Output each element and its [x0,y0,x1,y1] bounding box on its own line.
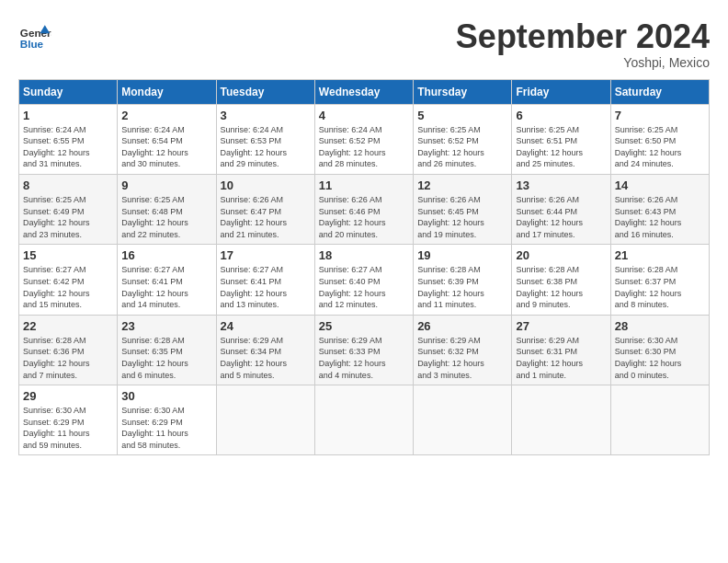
day-info: Sunrise: 6:28 AM Sunset: 6:39 PM Dayligh… [417,264,507,310]
day-info: Sunrise: 6:24 AM Sunset: 6:52 PM Dayligh… [319,124,409,170]
calendar-cell: 25Sunrise: 6:29 AM Sunset: 6:33 PM Dayli… [314,315,413,385]
day-number: 15 [23,248,113,262]
calendar-cell: 12Sunrise: 6:26 AM Sunset: 6:45 PM Dayli… [414,174,512,244]
day-number: 3 [221,109,311,122]
day-number: 26 [417,319,507,333]
logo: General Blue [18,18,51,52]
day-number: 30 [121,389,211,403]
day-info: Sunrise: 6:29 AM Sunset: 6:34 PM Dayligh… [221,335,311,381]
day-number: 13 [516,178,606,192]
day-number: 1 [23,109,113,122]
calendar-cell: 24Sunrise: 6:29 AM Sunset: 6:34 PM Dayli… [216,315,314,385]
calendar-cell: 8Sunrise: 6:25 AM Sunset: 6:49 PM Daylig… [19,174,118,244]
day-info: Sunrise: 6:25 AM Sunset: 6:49 PM Dayligh… [23,194,113,240]
calendar-cell: 2Sunrise: 6:24 AM Sunset: 6:54 PM Daylig… [118,104,216,174]
day-number: 24 [221,319,311,333]
day-info: Sunrise: 6:27 AM Sunset: 6:41 PM Dayligh… [221,264,311,310]
weekday-header-tuesday: Tuesday [216,79,314,104]
calendar-cell: 23Sunrise: 6:28 AM Sunset: 6:35 PM Dayli… [118,315,216,385]
day-info: Sunrise: 6:28 AM Sunset: 6:38 PM Dayligh… [516,264,606,310]
day-info: Sunrise: 6:30 AM Sunset: 6:29 PM Dayligh… [23,405,113,451]
day-number: 22 [23,319,113,333]
day-info: Sunrise: 6:30 AM Sunset: 6:30 PM Dayligh… [615,335,705,381]
day-info: Sunrise: 6:26 AM Sunset: 6:44 PM Dayligh… [516,194,606,240]
calendar-cell: 9Sunrise: 6:25 AM Sunset: 6:48 PM Daylig… [118,174,216,244]
calendar-cell [610,385,709,455]
day-number: 9 [121,178,211,192]
day-number: 28 [615,319,705,333]
calendar-cell: 29Sunrise: 6:30 AM Sunset: 6:29 PM Dayli… [19,385,118,455]
day-info: Sunrise: 6:29 AM Sunset: 6:32 PM Dayligh… [417,335,507,381]
day-number: 12 [417,178,507,192]
day-info: Sunrise: 6:29 AM Sunset: 6:31 PM Dayligh… [516,335,606,381]
day-number: 7 [615,109,705,122]
weekday-header-friday: Friday [512,79,610,104]
day-number: 21 [615,248,705,262]
calendar-cell: 17Sunrise: 6:27 AM Sunset: 6:41 PM Dayli… [216,245,314,315]
day-info: Sunrise: 6:26 AM Sunset: 6:47 PM Dayligh… [221,194,311,240]
day-info: Sunrise: 6:30 AM Sunset: 6:29 PM Dayligh… [121,405,211,451]
calendar-cell: 4Sunrise: 6:24 AM Sunset: 6:52 PM Daylig… [314,104,413,174]
day-info: Sunrise: 6:28 AM Sunset: 6:35 PM Dayligh… [121,335,211,381]
day-number: 23 [121,319,211,333]
weekday-header-sunday: Sunday [19,79,118,104]
day-number: 20 [516,248,606,262]
day-number: 4 [319,109,409,122]
day-number: 10 [221,178,311,192]
day-info: Sunrise: 6:25 AM Sunset: 6:48 PM Dayligh… [121,194,211,240]
title-block: September 2024 Yoshpi, Mexico [456,18,710,70]
day-info: Sunrise: 6:26 AM Sunset: 6:43 PM Dayligh… [615,194,705,240]
calendar-cell: 3Sunrise: 6:24 AM Sunset: 6:53 PM Daylig… [216,104,314,174]
day-info: Sunrise: 6:24 AM Sunset: 6:54 PM Dayligh… [121,124,211,170]
weekday-header-wednesday: Wednesday [314,79,413,104]
calendar-cell: 18Sunrise: 6:27 AM Sunset: 6:40 PM Dayli… [314,245,413,315]
calendar-table: SundayMondayTuesdayWednesdayThursdayFrid… [18,79,710,456]
day-number: 19 [417,248,507,262]
day-info: Sunrise: 6:24 AM Sunset: 6:55 PM Dayligh… [23,124,113,170]
calendar-cell: 1Sunrise: 6:24 AM Sunset: 6:55 PM Daylig… [19,104,118,174]
calendar-cell: 19Sunrise: 6:28 AM Sunset: 6:39 PM Dayli… [414,245,512,315]
weekday-header-saturday: Saturday [610,79,709,104]
calendar-cell: 5Sunrise: 6:25 AM Sunset: 6:52 PM Daylig… [414,104,512,174]
calendar-cell: 26Sunrise: 6:29 AM Sunset: 6:32 PM Dayli… [414,315,512,385]
day-number: 14 [615,178,705,192]
calendar-cell: 13Sunrise: 6:26 AM Sunset: 6:44 PM Dayli… [512,174,610,244]
day-info: Sunrise: 6:28 AM Sunset: 6:36 PM Dayligh… [23,335,113,381]
day-number: 11 [319,178,409,192]
calendar-cell: 22Sunrise: 6:28 AM Sunset: 6:36 PM Dayli… [19,315,118,385]
day-number: 25 [319,319,409,333]
calendar-cell: 11Sunrise: 6:26 AM Sunset: 6:46 PM Dayli… [314,174,413,244]
day-info: Sunrise: 6:28 AM Sunset: 6:37 PM Dayligh… [615,264,705,310]
weekday-header-thursday: Thursday [414,79,512,104]
day-number: 16 [121,248,211,262]
weekday-header-monday: Monday [118,79,216,104]
day-info: Sunrise: 6:25 AM Sunset: 6:52 PM Dayligh… [417,124,507,170]
month-title: September 2024 [456,18,710,55]
page-header: General Blue September 2024 Yoshpi, Mexi… [18,18,710,70]
day-number: 27 [516,319,606,333]
calendar-cell: 6Sunrise: 6:25 AM Sunset: 6:51 PM Daylig… [512,104,610,174]
calendar-cell: 28Sunrise: 6:30 AM Sunset: 6:30 PM Dayli… [610,315,709,385]
calendar-cell [216,385,314,455]
calendar-cell [414,385,512,455]
day-number: 29 [23,389,113,403]
day-number: 2 [121,109,211,122]
day-number: 8 [23,178,113,192]
day-info: Sunrise: 6:26 AM Sunset: 6:46 PM Dayligh… [319,194,409,240]
day-info: Sunrise: 6:27 AM Sunset: 6:41 PM Dayligh… [121,264,211,310]
calendar-cell [314,385,413,455]
calendar-cell: 7Sunrise: 6:25 AM Sunset: 6:50 PM Daylig… [610,104,709,174]
calendar-cell: 21Sunrise: 6:28 AM Sunset: 6:37 PM Dayli… [610,245,709,315]
svg-text:Blue: Blue [20,38,44,50]
day-info: Sunrise: 6:24 AM Sunset: 6:53 PM Dayligh… [221,124,311,170]
calendar-cell: 30Sunrise: 6:30 AM Sunset: 6:29 PM Dayli… [118,385,216,455]
logo-icon: General Blue [18,18,51,52]
day-info: Sunrise: 6:29 AM Sunset: 6:33 PM Dayligh… [319,335,409,381]
calendar-cell: 15Sunrise: 6:27 AM Sunset: 6:42 PM Dayli… [19,245,118,315]
day-number: 6 [516,109,606,122]
day-info: Sunrise: 6:25 AM Sunset: 6:51 PM Dayligh… [516,124,606,170]
day-number: 18 [319,248,409,262]
calendar-cell: 14Sunrise: 6:26 AM Sunset: 6:43 PM Dayli… [610,174,709,244]
day-info: Sunrise: 6:27 AM Sunset: 6:40 PM Dayligh… [319,264,409,310]
calendar-cell: 16Sunrise: 6:27 AM Sunset: 6:41 PM Dayli… [118,245,216,315]
